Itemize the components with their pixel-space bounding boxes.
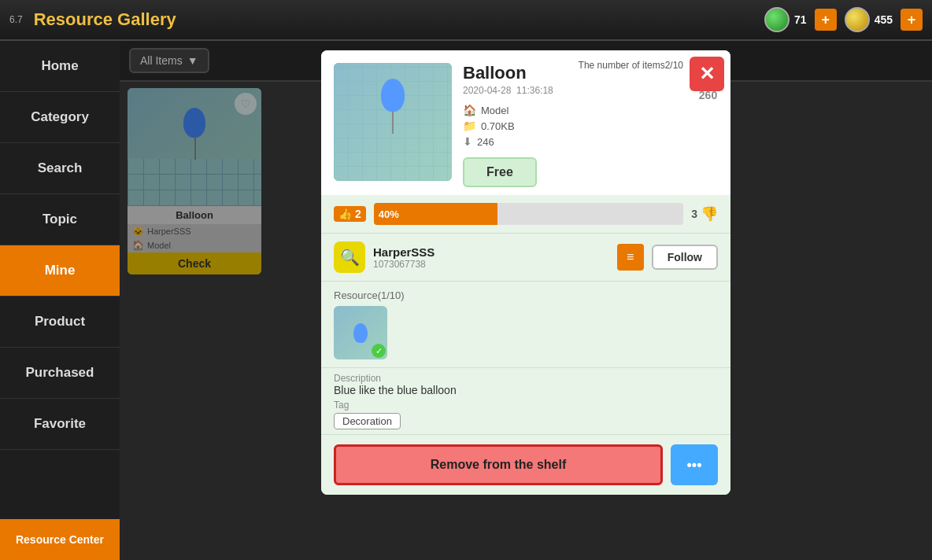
sidebar-item-home[interactable]: Home xyxy=(0,41,120,92)
currency1-count: 71 xyxy=(794,13,807,26)
item-count-badge: The number of items2/10 xyxy=(579,60,683,71)
resource-label: Resource(1/10) xyxy=(334,289,718,301)
sidebar-item-favorite-label: Favorite xyxy=(34,416,86,432)
main-layout: Home Category Search Topic Mine Product … xyxy=(0,41,932,560)
sidebar-item-purchased-label: Purchased xyxy=(26,365,94,381)
sidebar-item-topic-label: Topic xyxy=(43,212,77,227)
currency2-group: 455 xyxy=(845,7,893,32)
thumbs-up-icon: 👍 xyxy=(338,208,352,220)
sidebar-item-purchased[interactable]: Purchased xyxy=(0,348,120,399)
author-name: HarperSSS xyxy=(373,245,609,259)
modal-thumbnail xyxy=(334,63,452,181)
resource-section: Resource(1/10) ✓ xyxy=(321,281,730,367)
like-count: 2 xyxy=(355,208,361,220)
sidebar-item-home-label: Home xyxy=(41,58,78,74)
author-section: 🔍 HarperSSS 1073067738 ≡ Follow xyxy=(321,233,730,281)
content-area: All Items ▼ ♡ Balloon 🐱 HarperSSS 🏠 M xyxy=(120,41,932,560)
app-title: Resource Gallery xyxy=(34,9,176,30)
description-label: Description xyxy=(334,373,718,384)
add-currency1-button[interactable]: + xyxy=(815,9,837,31)
check-mark-icon: ✓ xyxy=(372,344,386,358)
sidebar-item-category[interactable]: Category xyxy=(0,92,120,143)
currency1-group: 71 xyxy=(764,7,807,32)
modal-info: Balloon 2020-04-28 11:36:18 🏠 Model 📁 xyxy=(463,63,687,187)
size-stat: 📁 0.70KB xyxy=(463,120,687,132)
close-button[interactable]: ✕ xyxy=(690,57,724,91)
sidebar-item-topic[interactable]: Topic xyxy=(0,194,120,245)
sidebar-item-search-label: Search xyxy=(38,160,83,176)
follow-button[interactable]: Follow xyxy=(652,245,718,270)
add-currency2-button[interactable]: + xyxy=(901,9,923,31)
download-stat: ⬇ 246 xyxy=(463,135,687,148)
sidebar-item-product-label: Product xyxy=(35,314,85,330)
modal-overlay: ✕ The number of items2/10 Balloon xyxy=(120,41,932,560)
currency2-orb xyxy=(845,7,870,32)
top-bar-icons: 71 + 455 + xyxy=(764,7,923,32)
remove-from-shelf-button[interactable]: Remove from the shelf xyxy=(334,444,663,485)
model-stat-icon: 🏠 xyxy=(463,104,476,116)
rating-bar-fill: 40% xyxy=(374,203,497,225)
more-options-button[interactable]: ••• xyxy=(671,444,718,485)
app-version: 6.7 xyxy=(9,14,23,25)
modal-thumb-balloon-string xyxy=(392,112,394,134)
free-button[interactable]: Free xyxy=(463,157,537,187)
author-id: 1073067738 xyxy=(373,259,609,270)
top-bar: 6.7 Resource Gallery 71 + 455 + xyxy=(0,0,932,41)
thumbs-down-icon: 👎 xyxy=(701,205,718,223)
modal-header: Balloon 2020-04-28 11:36:18 🏠 Model 📁 xyxy=(321,50,730,195)
modal-date: 2020-04-28 11:36:18 xyxy=(463,85,687,96)
resource-balloon xyxy=(353,323,368,343)
sidebar-item-mine[interactable]: Mine xyxy=(0,245,120,297)
like-button[interactable]: 👍 2 xyxy=(334,206,366,222)
rating-section: 👍 2 40% 3 👎 xyxy=(321,195,730,233)
file-size: 0.70KB xyxy=(481,120,515,132)
dislike-button[interactable]: 3 👎 xyxy=(691,205,718,223)
sidebar-item-favorite[interactable]: Favorite xyxy=(0,399,120,450)
sidebar-item-search[interactable]: Search xyxy=(0,143,120,194)
author-list-icon[interactable]: ≡ xyxy=(617,244,644,271)
download-icon: ⬇ xyxy=(463,135,472,148)
modal-thumb-balloon xyxy=(381,79,405,134)
decoration-tag[interactable]: Decoration xyxy=(334,413,401,429)
modal-stats: 🏠 Model 📁 0.70KB ⬇ 246 xyxy=(463,104,687,148)
modal-thumb-balloon-body xyxy=(381,79,405,112)
sidebar-item-mine-label: Mine xyxy=(45,263,76,278)
currency1-orb xyxy=(764,7,790,32)
sidebar-resource-center[interactable]: Resource Center xyxy=(0,519,120,560)
download-count: 246 xyxy=(477,136,494,148)
currency2-count: 455 xyxy=(875,13,893,26)
sidebar-item-category-label: Category xyxy=(31,109,89,125)
folder-icon: 📁 xyxy=(463,120,476,132)
type-label: Model xyxy=(481,105,509,116)
rating-bar: 40% xyxy=(374,203,683,225)
description-section: Description Blue like the blue balloon T… xyxy=(321,367,730,434)
resource-thumbnail[interactable]: ✓ xyxy=(334,306,387,359)
dislike-count: 3 xyxy=(691,208,697,220)
action-section: Remove from the shelf ••• xyxy=(321,434,730,495)
like-percent: 40% xyxy=(379,208,399,220)
author-search-icon[interactable]: 🔍 xyxy=(334,241,365,273)
description-text: Blue like the blue balloon xyxy=(334,384,718,396)
type-stat: 🏠 Model xyxy=(463,104,687,116)
sidebar-resource-label: Resource Center xyxy=(16,533,104,546)
author-info: HarperSSS 1073067738 xyxy=(373,245,609,270)
item-detail-modal: ✕ The number of items2/10 Balloon xyxy=(321,50,730,495)
sidebar-item-product[interactable]: Product xyxy=(0,297,120,348)
sidebar: Home Category Search Topic Mine Product … xyxy=(0,41,120,560)
tag-label: Tag xyxy=(334,400,718,411)
